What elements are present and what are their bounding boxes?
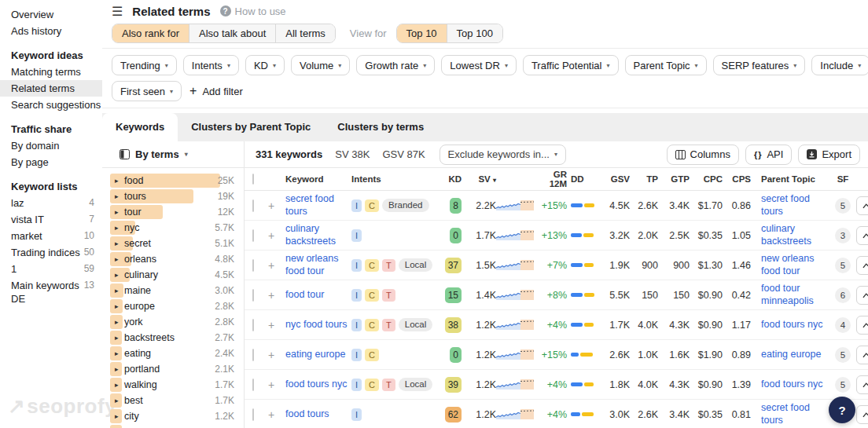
add-filter-button[interactable]: + Add filter [189, 84, 243, 98]
expand-caret-icon[interactable]: ▸ [115, 302, 120, 310]
expand-caret-icon[interactable]: ▸ [115, 381, 120, 389]
position-history-chart-button[interactable]: ▾ [856, 256, 868, 275]
term-row[interactable]: ▸ maine 3.0K [110, 283, 244, 298]
term-row[interactable]: ▸ orleans 4.8K [110, 251, 244, 267]
tab-clusters-by-terms[interactable]: Clusters by terms [324, 113, 437, 141]
hamburger-menu-icon[interactable]: ☰ [112, 4, 123, 19]
keyword-link[interactable]: new orleans food tour [285, 253, 338, 276]
filter-button-serp-features[interactable]: SERP features ▾ [713, 55, 806, 75]
parent-topic-link[interactable]: eating europe [761, 349, 821, 360]
filter-button-trending[interactable]: Trending ▾ [112, 55, 177, 75]
sidebar-item-overview[interactable]: Overview [0, 6, 102, 23]
header-sv[interactable]: SV ▾ [462, 174, 496, 184]
filter-button-growth-rate[interactable]: Growth rate ▾ [356, 55, 435, 75]
filter-button-parent-topic[interactable]: Parent Topic ▾ [625, 55, 707, 75]
expand-caret-icon[interactable]: ▸ [115, 255, 120, 263]
keyword-link[interactable]: eating europe [285, 349, 345, 360]
term-row[interactable]: ▸ eating 2.4K [110, 346, 244, 361]
add-to-list-button[interactable]: + [268, 319, 285, 331]
keyword-link[interactable]: secret food tours [285, 193, 334, 217]
tab-keywords[interactable]: Keywords [102, 113, 178, 141]
add-to-list-button[interactable]: + [268, 229, 285, 242]
term-row[interactable]: ▸ tours 19K [110, 188, 244, 204]
header-sf[interactable]: SF [829, 174, 856, 184]
expand-caret-icon[interactable]: ▸ [115, 271, 120, 279]
segment-also-rank-for[interactable]: Also rank for [112, 24, 189, 42]
keyword-link[interactable]: food tour [285, 289, 324, 300]
sidebar-list-main-keywords-de[interactable]: Main keywords DE 13 [0, 277, 102, 307]
segment-also-talk-about[interactable]: Also talk about [189, 24, 275, 42]
help-button[interactable]: ? [829, 397, 855, 423]
header-tp[interactable]: TP [630, 174, 658, 184]
row-checkbox[interactable] [252, 289, 254, 302]
parent-topic-link[interactable]: secret food tours [761, 193, 810, 217]
position-history-chart-button[interactable]: ▾ [856, 405, 868, 424]
parent-topic-link[interactable]: food tours nyc [761, 319, 823, 330]
header-cps[interactable]: CPS [723, 174, 751, 184]
filter-button-kd[interactable]: KD ▾ [245, 55, 285, 75]
sidebar-item-by-domain[interactable]: By domain [0, 137, 102, 154]
columns-button[interactable]: Columns [667, 144, 739, 165]
sidebar-item-by-page[interactable]: By page [0, 154, 102, 170]
term-row[interactable]: ▸ walking 1.7K [110, 377, 244, 393]
term-row[interactable]: ▸ europe 2.8K [110, 298, 244, 314]
sidebar-item-related-terms[interactable]: Related terms [0, 80, 102, 97]
parent-topic-link[interactable]: food tours nyc [761, 379, 823, 390]
term-row[interactable]: ▸ culinary 4.5K [110, 267, 244, 283]
term-row[interactable]: ▸ food 25K [110, 173, 244, 188]
expand-caret-icon[interactable]: ▸ [115, 287, 120, 294]
keyword-link[interactable]: culinary backstreets [285, 223, 336, 247]
filter-button-traffic-potential[interactable]: Traffic Potential ▾ [523, 55, 619, 75]
term-row[interactable]: ▸ portland 2.1K [110, 361, 244, 377]
filter-button-include[interactable]: Include ▾ [811, 55, 868, 75]
keyword-link[interactable]: food tours [285, 408, 329, 419]
keyword-link[interactable]: nyc food tours [285, 319, 348, 330]
expand-caret-icon[interactable]: ▸ [115, 349, 120, 357]
sidebar-list-trading-indices[interactable]: Trading indices 50 [0, 244, 102, 261]
header-parent-topic[interactable]: Parent Topic [751, 174, 829, 185]
by-terms-dropdown[interactable]: By terms ▾ [102, 141, 245, 167]
sidebar-list-vista-it[interactable]: vista IT 7 [0, 211, 102, 228]
sidebar-item-search-suggestions[interactable]: Search suggestions [0, 97, 102, 113]
add-to-list-button[interactable]: + [268, 379, 285, 391]
header-cpc[interactable]: CPC [690, 174, 723, 184]
keyword-link[interactable]: food tours nyc [285, 379, 348, 390]
header-kd[interactable]: KD [433, 174, 462, 184]
expand-caret-icon[interactable]: ▸ [115, 240, 120, 247]
export-button[interactable]: Export [798, 144, 860, 165]
sidebar-list-market[interactable]: market 10 [0, 228, 102, 244]
exclude-keywords-dropdown[interactable]: Exclude keywords in... ▾ [440, 144, 566, 165]
parent-topic-link[interactable]: new orleans food tour [761, 253, 814, 276]
term-row[interactable]: ▸ nyc 5.7K [110, 220, 244, 236]
segment-top-100[interactable]: Top 100 [447, 24, 502, 42]
position-history-chart-button[interactable]: ▾ [856, 226, 868, 245]
parent-topic-link[interactable]: food tour minneapolis [761, 283, 814, 306]
filter-button-lowest-dr[interactable]: Lowest DR ▾ [441, 55, 517, 75]
expand-caret-icon[interactable]: ▸ [115, 192, 120, 200]
sidebar-list-1[interactable]: 1 59 [0, 261, 102, 277]
row-checkbox[interactable] [252, 199, 254, 212]
select-all-checkbox[interactable] [252, 174, 254, 185]
term-row[interactable]: ▸ backstreets 2.7K [110, 330, 244, 346]
header-intents[interactable]: Intents [351, 174, 433, 184]
segment-top-10[interactable]: Top 10 [397, 24, 447, 42]
position-history-chart-button[interactable]: ▾ [856, 346, 868, 364]
term-row[interactable]: ▸ york 2.8K [110, 314, 244, 330]
term-row[interactable]: ▸ tour 12K [110, 204, 244, 220]
row-checkbox[interactable] [252, 379, 254, 391]
tab-clusters-by-parent-topic[interactable]: Clusters by Parent Topic [178, 113, 324, 141]
add-to-list-button[interactable]: + [268, 199, 285, 212]
expand-caret-icon[interactable]: ▸ [115, 365, 120, 373]
expand-caret-icon[interactable]: ▸ [115, 208, 120, 216]
sidebar-list-laz[interactable]: laz 4 [0, 195, 102, 211]
expand-caret-icon[interactable]: ▸ [115, 397, 120, 404]
term-row[interactable]: ▸ city 1.2K [110, 408, 244, 424]
term-row[interactable]: ▸ secret 5.1K [110, 236, 244, 251]
how-to-use-link[interactable]: ? How to use [220, 5, 286, 17]
add-to-list-button[interactable]: + [268, 259, 285, 272]
position-history-chart-button[interactable]: ▾ [856, 316, 868, 335]
parent-topic-link[interactable]: secret food tours [761, 402, 810, 426]
expand-caret-icon[interactable]: ▸ [115, 318, 120, 326]
row-checkbox[interactable] [252, 349, 254, 361]
add-to-list-button[interactable]: + [268, 349, 285, 361]
